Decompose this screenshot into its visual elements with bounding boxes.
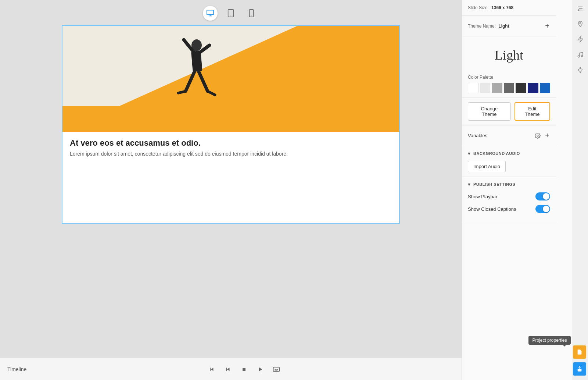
- color-palette-section: Color Palette: [462, 70, 556, 98]
- show-playbar-row: Show Playbar: [468, 192, 550, 200]
- publish-settings-title: PUBLISH SETTINGS: [473, 182, 515, 187]
- svg-marker-21: [578, 37, 583, 42]
- show-closed-captions-row: Show Closed Captions: [468, 205, 550, 213]
- swatch-blue[interactable]: [540, 83, 551, 93]
- slide-size-section: Slide Size: 1366 x 768: [462, 0, 556, 16]
- variables-settings-button[interactable]: [534, 131, 541, 141]
- pin-rail-button[interactable]: [576, 20, 584, 28]
- edit-theme-button[interactable]: Edit Theme: [514, 102, 550, 121]
- add-theme-button[interactable]: +: [544, 21, 550, 31]
- show-playbar-label: Show Playbar: [468, 194, 497, 199]
- svg-line-12: [208, 91, 215, 95]
- svg-point-4: [251, 15, 252, 16]
- slide-size-value: 1366 x 768: [491, 5, 513, 10]
- timeline-label: Timeline: [7, 366, 26, 372]
- svg-rect-6: [191, 51, 202, 72]
- svg-point-15: [537, 135, 538, 136]
- share-button[interactable]: [573, 362, 586, 376]
- variables-add-button[interactable]: +: [544, 131, 550, 141]
- publish-settings-section: ▾ PUBLISH SETTINGS Show Playbar Show Clo…: [462, 177, 556, 222]
- swatch-light-gray[interactable]: [480, 83, 491, 93]
- canvas-area: At vero eos et accusamus et odio. Lorem …: [0, 0, 462, 380]
- svg-point-24: [580, 68, 581, 69]
- side-rail: Project properties: [572, 0, 588, 380]
- svg-line-9: [186, 71, 195, 91]
- accessibility-rail-button[interactable]: [576, 66, 584, 74]
- background-audio-section: ▾ BACKGROUND AUDIO Import Audio: [462, 146, 556, 177]
- slide-text-area: At vero eos et accusamus et odio. Lorem …: [62, 132, 399, 164]
- chevron-down-icon: ▾: [468, 150, 470, 156]
- rewind-button[interactable]: [207, 364, 217, 374]
- variables-label: Variables: [468, 133, 487, 138]
- background-audio-title: BACKGROUND AUDIO: [473, 151, 520, 156]
- theme-preview: Light: [462, 36, 556, 70]
- project-properties-tooltip: Project properties: [528, 336, 570, 345]
- svg-rect-0: [207, 10, 214, 15]
- right-panel-content: Slide Size: 1366 x 768 Theme Name: Light…: [462, 0, 556, 380]
- slide-title: At vero eos et accusamus et odio.: [70, 138, 392, 148]
- slide-body-text: Lorem ipsum dolor sit amet, consectetur …: [70, 151, 392, 157]
- play-prev-button[interactable]: [223, 364, 233, 374]
- svg-point-23: [581, 55, 583, 57]
- theme-name-value: Light: [498, 24, 509, 29]
- swatch-white[interactable]: [468, 83, 478, 93]
- variables-section: Variables +: [462, 125, 556, 146]
- svg-point-20: [580, 22, 581, 24]
- project-properties-button[interactable]: [573, 345, 586, 359]
- person-figure: [173, 34, 220, 111]
- swatch-darker-gray[interactable]: [516, 83, 526, 93]
- slide-container: At vero eos et accusamus et odio. Lorem …: [0, 25, 462, 358]
- slide-size-label: Slide Size: 1366 x 768: [468, 5, 513, 10]
- mobile-button[interactable]: [244, 6, 259, 21]
- timeline-bar: Timeline: [0, 358, 462, 380]
- timeline-controls: [207, 364, 282, 374]
- swatch-dark-gray[interactable]: [504, 83, 514, 93]
- show-playbar-toggle[interactable]: [535, 192, 550, 200]
- theme-buttons-section: Change Theme Edit Theme: [462, 98, 556, 125]
- background-audio-header[interactable]: ▾ BACKGROUND AUDIO: [468, 150, 550, 156]
- right-panel: Slide Size: 1366 x 768 Theme Name: Light…: [462, 0, 588, 380]
- tablet-button[interactable]: [223, 6, 238, 21]
- theme-name-label: Theme Name: Light: [468, 24, 509, 29]
- desktop-button[interactable]: [203, 6, 218, 21]
- svg-rect-14: [273, 367, 280, 372]
- theme-name-section: Theme Name: Light +: [462, 16, 556, 36]
- slide-bottom-space: [62, 164, 399, 223]
- publish-settings-header[interactable]: ▾ PUBLISH SETTINGS: [468, 181, 550, 187]
- svg-rect-13: [243, 368, 245, 371]
- svg-point-2: [230, 15, 231, 16]
- slide-wrapper: At vero eos et accusamus et odio. Lorem …: [62, 25, 400, 224]
- change-theme-button[interactable]: Change Theme: [468, 102, 511, 121]
- svg-line-11: [178, 91, 186, 93]
- slide-image-area: [62, 26, 399, 132]
- swatch-navy[interactable]: [528, 83, 538, 93]
- chevron-down-icon-2: ▾: [468, 181, 470, 187]
- show-closed-captions-label: Show Closed Captions: [468, 206, 516, 212]
- settings-rail-button[interactable]: [576, 4, 584, 13]
- device-bar: [0, 0, 462, 25]
- color-palette-label: Color Palette: [468, 75, 550, 80]
- svg-point-22: [578, 56, 580, 57]
- swatch-gray[interactable]: [492, 83, 502, 93]
- svg-point-19: [578, 10, 579, 11]
- svg-line-10: [198, 71, 208, 91]
- import-audio-button[interactable]: Import Audio: [468, 161, 506, 172]
- lightning-rail-button[interactable]: [576, 35, 584, 43]
- captions-button[interactable]: [271, 364, 282, 374]
- stop-button[interactable]: [239, 364, 249, 374]
- variables-icons: +: [534, 131, 550, 141]
- show-closed-captions-toggle[interactable]: [535, 205, 550, 213]
- color-swatches: [468, 83, 550, 93]
- theme-preview-text: Light: [495, 47, 523, 63]
- music-rail-button[interactable]: [576, 51, 584, 59]
- play-button[interactable]: [255, 364, 265, 374]
